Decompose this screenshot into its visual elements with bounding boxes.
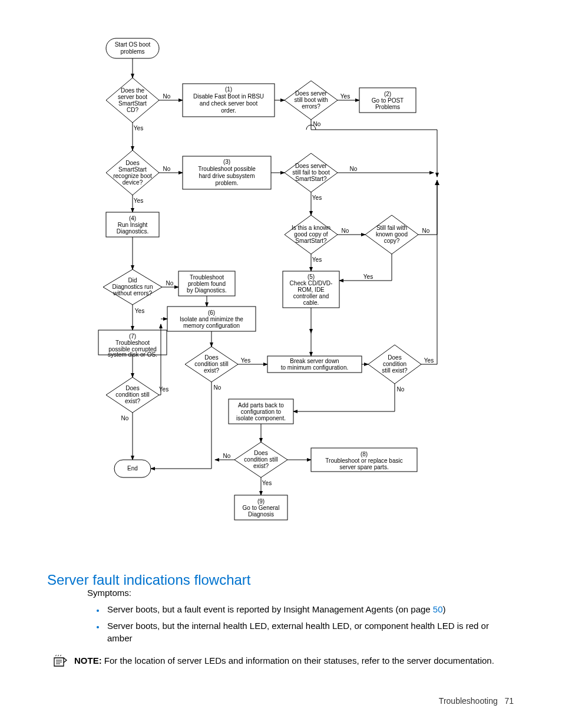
bullet-1: Server boots, but a fault event is repor… bbox=[105, 603, 511, 616]
svg-text:SmartStart: SmartStart bbox=[118, 100, 147, 107]
svg-text:condition still: condition still bbox=[244, 456, 277, 463]
svg-text:good copy of: good copy of bbox=[294, 231, 328, 238]
svg-text:Does: Does bbox=[388, 354, 401, 361]
svg-text:Disable Fast Boot in RBSU: Disable Fast Boot in RBSU bbox=[193, 93, 264, 100]
svg-text:and check server boot: and check server boot bbox=[200, 100, 258, 107]
svg-text:Troubleshoot or replace basic: Troubleshoot or replace basic bbox=[325, 457, 402, 464]
svg-text:No: No bbox=[350, 166, 358, 172]
svg-text:(4): (4) bbox=[129, 215, 136, 222]
svg-text:SmartStart?: SmartStart? bbox=[295, 238, 327, 244]
page-footer: Troubleshooting 71 bbox=[439, 696, 514, 706]
svg-text:Does the: Does the bbox=[121, 87, 144, 94]
svg-text:Diagnosis: Diagnosis bbox=[248, 511, 274, 518]
svg-text:Yes: Yes bbox=[312, 256, 322, 263]
svg-text:hard drive subsystem: hard drive subsystem bbox=[199, 173, 254, 179]
svg-text:No: No bbox=[163, 93, 171, 100]
body-block: Symptoms: Server boots, but a fault even… bbox=[87, 587, 511, 648]
svg-text:Still fail with: Still fail with bbox=[376, 225, 407, 231]
svg-text:controller and: controller and bbox=[293, 293, 329, 299]
svg-text:Add parts back to: Add parts back to bbox=[238, 402, 284, 409]
note-label: NOTE: bbox=[74, 655, 102, 666]
svg-text:Yes: Yes bbox=[312, 195, 322, 201]
svg-text:No: No bbox=[342, 228, 349, 234]
svg-text:by Diagnostics.: by Diagnostics. bbox=[187, 287, 227, 294]
note-block: NOTE: For the location of server LEDs an… bbox=[52, 654, 517, 668]
bullet-2: Server boots, but the internal health LE… bbox=[105, 620, 511, 645]
svg-text:without errors?: without errors? bbox=[113, 290, 153, 297]
svg-text:Check CD/DVD-: Check CD/DVD- bbox=[290, 280, 333, 286]
svg-text:(8): (8) bbox=[361, 451, 368, 457]
svg-text:Yes: Yes bbox=[340, 93, 350, 100]
svg-text:problem found: problem found bbox=[188, 281, 226, 287]
svg-text:Troubleshoot possible: Troubleshoot possible bbox=[198, 166, 256, 172]
svg-text:exist?: exist? bbox=[125, 398, 141, 404]
svg-text:(5): (5) bbox=[308, 274, 315, 280]
svg-text:No: No bbox=[223, 453, 231, 459]
symptoms-label: Symptoms: bbox=[87, 587, 511, 599]
svg-text:Yes: Yes bbox=[424, 357, 434, 364]
svg-text:(7): (7) bbox=[129, 333, 136, 340]
svg-text:Go to POST: Go to POST bbox=[372, 97, 404, 104]
svg-text:Does: Does bbox=[204, 354, 218, 361]
svg-text:End: End bbox=[127, 465, 138, 472]
svg-text:server spare parts.: server spare parts. bbox=[339, 464, 388, 470]
svg-text:No: No bbox=[166, 280, 174, 286]
svg-text:(1): (1) bbox=[225, 86, 232, 93]
svg-text:Isolate and minimize the: Isolate and minimize the bbox=[180, 316, 243, 322]
svg-text:Problems: Problems bbox=[375, 104, 400, 110]
svg-text:condition still: condition still bbox=[194, 361, 228, 367]
svg-text:Does: Does bbox=[125, 385, 139, 391]
svg-text:recognize boot: recognize boot bbox=[113, 173, 152, 179]
svg-text:isolate component.: isolate component. bbox=[236, 415, 286, 421]
svg-text:to minimum configuration.: to minimum configuration. bbox=[281, 364, 349, 371]
svg-text:errors?: errors? bbox=[302, 103, 320, 110]
svg-text:still boot with: still boot with bbox=[294, 97, 328, 103]
svg-text:No: No bbox=[422, 228, 430, 234]
svg-text:No: No bbox=[121, 415, 129, 421]
svg-text:No: No bbox=[163, 166, 171, 172]
svg-text:Does server: Does server bbox=[295, 90, 328, 97]
svg-text:server boot: server boot bbox=[118, 94, 147, 100]
svg-text:exist?: exist? bbox=[204, 367, 220, 374]
svg-text:Troubleshoot: Troubleshoot bbox=[115, 340, 150, 346]
svg-text:Does server: Does server bbox=[295, 163, 328, 169]
page-link-50[interactable]: 50 bbox=[433, 604, 443, 614]
svg-text:copy?: copy? bbox=[384, 238, 400, 244]
svg-text:Diagnostics.: Diagnostics. bbox=[117, 228, 148, 235]
svg-text:No: No bbox=[397, 386, 405, 393]
svg-text:CD?: CD? bbox=[127, 107, 138, 113]
svg-text:(9): (9) bbox=[257, 498, 265, 505]
svg-text:(2): (2) bbox=[384, 91, 391, 97]
note-text: For the location of server LEDs and info… bbox=[104, 655, 494, 666]
svg-text:problem.: problem. bbox=[216, 180, 239, 186]
svg-text:condition: condition bbox=[383, 361, 406, 367]
svg-text:Break server down: Break server down bbox=[290, 358, 339, 364]
svg-text:Does: Does bbox=[254, 450, 267, 456]
svg-text:configuration to: configuration to bbox=[241, 409, 282, 415]
start-text-2: problems bbox=[120, 48, 144, 55]
svg-text:(3): (3) bbox=[223, 159, 230, 165]
svg-text:exist?: exist? bbox=[253, 463, 269, 469]
svg-text:Yes: Yes bbox=[135, 308, 144, 314]
svg-text:still exist?: still exist? bbox=[382, 367, 408, 374]
svg-text:condition still: condition still bbox=[115, 391, 149, 398]
svg-text:SmartStart: SmartStart bbox=[118, 166, 147, 173]
note-icon bbox=[52, 654, 70, 668]
svg-text:SmartStart?: SmartStart? bbox=[295, 176, 327, 182]
svg-text:Yes: Yes bbox=[241, 357, 250, 364]
svg-text:(6): (6) bbox=[208, 309, 215, 316]
svg-text:No: No bbox=[214, 384, 222, 391]
svg-text:memory configuration: memory configuration bbox=[183, 322, 240, 329]
svg-text:Does: Does bbox=[125, 160, 139, 166]
svg-marker-99 bbox=[435, 180, 439, 185]
os-boot-flowchart: Start OS boot problems Does the server b… bbox=[88, 35, 465, 548]
svg-text:Yes: Yes bbox=[262, 480, 272, 486]
svg-text:order.: order. bbox=[221, 107, 236, 114]
svg-text:Go to General: Go to General bbox=[243, 505, 280, 511]
svg-text:Diagnostics run: Diagnostics run bbox=[113, 284, 153, 290]
svg-text:still fail to boot: still fail to boot bbox=[292, 169, 330, 176]
svg-text:Troubleshoot: Troubleshoot bbox=[190, 274, 224, 281]
svg-text:Run Insight: Run Insight bbox=[118, 222, 148, 228]
section-heading: Server fault indications flowchart bbox=[47, 572, 251, 588]
svg-text:ROM, IDE: ROM, IDE bbox=[297, 286, 325, 293]
